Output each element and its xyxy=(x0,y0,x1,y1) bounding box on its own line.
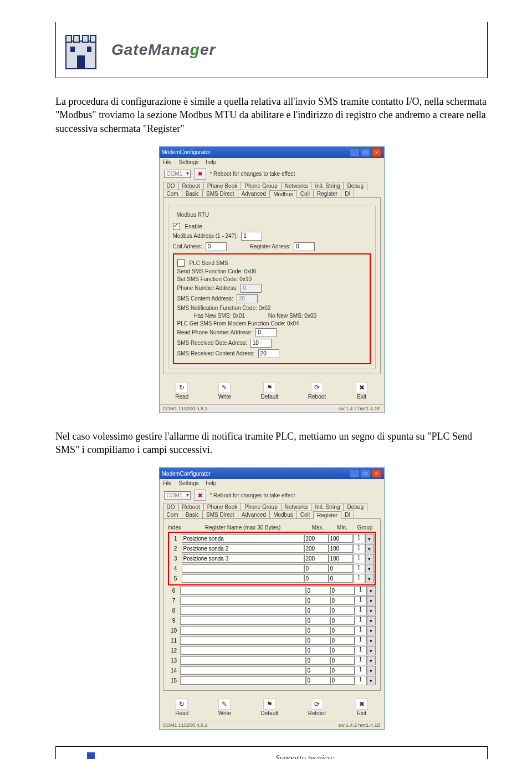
close-icon[interactable]: × xyxy=(372,469,382,478)
register-min-input[interactable] xyxy=(330,646,355,655)
group-dropdown-icon[interactable]: ▾ xyxy=(367,676,376,685)
register-name-input[interactable] xyxy=(182,544,304,553)
tab-phonegroup[interactable]: Phone Group xyxy=(241,503,282,511)
group-dropdown-icon[interactable]: ▾ xyxy=(367,616,376,625)
register-max-input[interactable] xyxy=(306,676,330,685)
plc-send-sms-checkbox[interactable] xyxy=(177,259,185,267)
tab-com[interactable]: Com xyxy=(163,511,182,518)
group-dropdown-icon[interactable]: ▾ xyxy=(367,636,376,645)
menu-settings[interactable]: Settings xyxy=(178,480,198,486)
register-min-input[interactable] xyxy=(329,544,353,553)
reboot-button[interactable]: ⟳Reboot xyxy=(308,699,326,716)
register-max-input[interactable] xyxy=(306,607,330,615)
register-min-input[interactable] xyxy=(330,607,355,615)
register-name-input[interactable] xyxy=(182,554,304,563)
write-button[interactable]: ✎Write xyxy=(218,699,231,716)
tab-smsdirect[interactable]: SMS Direct xyxy=(202,190,238,197)
read-phone-input[interactable] xyxy=(255,328,277,337)
exit-button[interactable]: ✖Exit xyxy=(356,699,368,716)
group-dropdown-icon[interactable]: ▾ xyxy=(365,534,374,543)
maximize-icon[interactable]: □ xyxy=(361,148,371,157)
write-button[interactable]: ✎Write xyxy=(218,382,231,400)
menu-file[interactable]: File xyxy=(163,480,172,486)
register-max-input[interactable] xyxy=(306,597,330,605)
disconnect-button[interactable]: ✖ xyxy=(194,490,206,501)
register-name-input[interactable] xyxy=(180,636,306,645)
register-name-input[interactable] xyxy=(180,646,306,655)
tab-do[interactable]: DO xyxy=(163,182,179,190)
register-name-input[interactable] xyxy=(182,574,304,583)
reboot-button[interactable]: ⟳Reboot xyxy=(308,382,326,400)
tab-phonegroup[interactable]: Phone Group xyxy=(241,182,282,190)
menu-help[interactable]: help xyxy=(206,480,216,486)
com-port-select[interactable]: COM1 xyxy=(164,491,191,500)
register-min-input[interactable] xyxy=(329,574,353,583)
recv-date-input[interactable] xyxy=(250,339,272,348)
group-dropdown-icon[interactable]: ▾ xyxy=(367,606,376,615)
menu-settings[interactable]: Settings xyxy=(178,159,198,165)
tab-com[interactable]: Com xyxy=(163,190,182,197)
coil-address-input[interactable] xyxy=(206,242,227,251)
register-name-input[interactable] xyxy=(180,666,306,675)
read-button[interactable]: ↻Read xyxy=(175,699,188,716)
menu-file[interactable]: File xyxy=(163,159,172,165)
tab-initstring[interactable]: Init. String xyxy=(311,182,344,190)
tab-debug[interactable]: Debug xyxy=(343,182,367,190)
group-dropdown-icon[interactable]: ▾ xyxy=(367,626,376,635)
register-max-input[interactable] xyxy=(306,666,330,675)
register-name-input[interactable] xyxy=(182,534,304,543)
tab-coil[interactable]: Coil xyxy=(296,511,314,518)
tab-debug[interactable]: Debug xyxy=(343,503,367,511)
register-name-input[interactable] xyxy=(180,656,306,665)
group-dropdown-icon[interactable]: ▾ xyxy=(367,656,376,665)
register-min-input[interactable] xyxy=(329,564,353,573)
register-max-input[interactable] xyxy=(306,587,330,595)
tab-reboot[interactable]: Reboot xyxy=(178,503,204,511)
register-name-input[interactable] xyxy=(180,617,306,625)
minimize-icon[interactable]: _ xyxy=(350,469,360,478)
com-port-select[interactable]: COM1 xyxy=(164,170,191,178)
register-max-input[interactable] xyxy=(304,554,329,563)
register-min-input[interactable] xyxy=(330,597,355,605)
default-button[interactable]: ⚑Default xyxy=(261,382,279,400)
tab-di[interactable]: DI xyxy=(341,511,354,518)
tab-networks[interactable]: Networks xyxy=(281,182,312,190)
register-name-input[interactable] xyxy=(180,587,306,595)
register-max-input[interactable] xyxy=(304,574,329,583)
close-icon[interactable]: × xyxy=(372,148,382,157)
group-dropdown-icon[interactable]: ▾ xyxy=(367,666,376,675)
group-dropdown-icon[interactable]: ▾ xyxy=(365,554,374,563)
register-name-input[interactable] xyxy=(180,676,306,685)
tab-smsdirect[interactable]: SMS Direct xyxy=(202,511,238,518)
tab-advanced[interactable]: Advanced xyxy=(238,190,270,197)
group-dropdown-icon[interactable]: ▾ xyxy=(365,544,374,553)
tab-reboot[interactable]: Reboot xyxy=(178,182,204,190)
register-min-input[interactable] xyxy=(329,534,353,543)
tab-do[interactable]: DO xyxy=(163,503,179,511)
group-dropdown-icon[interactable]: ▾ xyxy=(365,564,374,573)
tab-coil[interactable]: Coil xyxy=(296,190,314,197)
register-max-input[interactable] xyxy=(306,646,330,655)
tab-register[interactable]: Register xyxy=(313,511,341,519)
register-min-input[interactable] xyxy=(330,666,355,675)
group-dropdown-icon[interactable]: ▾ xyxy=(367,586,376,595)
tab-networks[interactable]: Networks xyxy=(281,503,312,511)
register-min-input[interactable] xyxy=(329,554,353,563)
register-max-input[interactable] xyxy=(306,656,330,665)
register-name-input[interactable] xyxy=(180,607,306,615)
tab-di[interactable]: DI xyxy=(341,190,354,197)
register-name-input[interactable] xyxy=(180,626,306,635)
register-max-input[interactable] xyxy=(304,544,329,553)
register-min-input[interactable] xyxy=(330,656,355,665)
modbus-address-input[interactable] xyxy=(241,232,262,241)
register-min-input[interactable] xyxy=(330,636,355,645)
read-button[interactable]: ↻Read xyxy=(175,382,188,400)
register-min-input[interactable] xyxy=(330,587,355,595)
tab-basic[interactable]: Basic xyxy=(182,190,203,197)
tab-basic[interactable]: Basic xyxy=(182,511,203,518)
tab-phonebook[interactable]: Phone Book xyxy=(203,503,242,511)
register-min-input[interactable] xyxy=(330,626,355,635)
tab-modbus[interactable]: Modbus xyxy=(269,190,297,198)
enable-checkbox[interactable] xyxy=(173,223,180,230)
tab-initstring[interactable]: Init. String xyxy=(311,503,344,511)
